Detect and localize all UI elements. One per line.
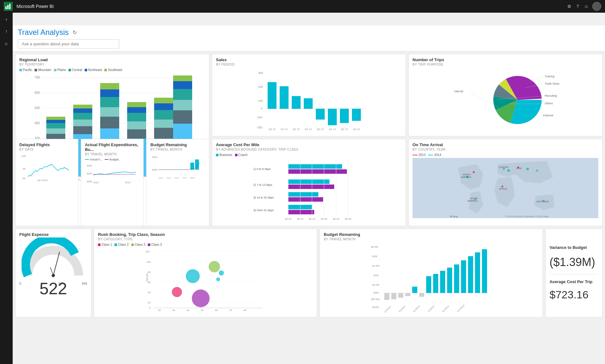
refresh-icon[interactable]: ↻ [73, 29, 77, 36]
on-time-subtitle: BY COUNTRY, YEAR [413, 148, 598, 151]
svg-rect-2 [9, 4, 10, 9]
legend-mountain: Mountain [35, 68, 51, 72]
svg-rect-69 [280, 86, 289, 109]
svg-text:$2.5M: $2.5M [371, 245, 378, 248]
svg-text:500: 500 [35, 106, 40, 110]
user-icon[interactable]: ☺ [584, 4, 589, 9]
svg-text:Q1 13: Q1 13 [281, 128, 288, 131]
trips-card: Number of Trips BY TRIP PURPOSE [408, 54, 602, 136]
svg-rect-32 [100, 117, 119, 128]
svg-rect-52 [173, 89, 192, 100]
svg-text:-100: -100 [257, 116, 262, 119]
svg-text:80: 80 [244, 309, 246, 311]
actual-exp-subtitle: BY TRAVEL MONTH [85, 153, 140, 156]
svg-text:Others: Others [545, 102, 553, 105]
svg-rect-40 [127, 113, 146, 121]
svg-rect-46 [154, 110, 173, 120]
svg-text:0K: 0K [23, 177, 26, 180]
svg-text:11/1/2014: 11/1/2014 [457, 304, 465, 313]
sales-title: Sales [216, 57, 402, 62]
rush-booking-subtitle: BY CATEGORY, TYPE [98, 237, 313, 241]
avatar[interactable] [592, 2, 601, 11]
svg-rect-39 [127, 121, 146, 129]
svg-text:20: 20 [158, 309, 161, 311]
svg-point-122 [473, 171, 475, 173]
svg-text:$0.10: $0.10 [297, 218, 304, 220]
svg-rect-211 [454, 264, 459, 293]
svg-rect-107 [288, 210, 314, 214]
svg-text:$4M: $4M [87, 164, 92, 167]
svg-rect-104 [288, 169, 347, 174]
svg-text:$0.50: $0.50 [345, 218, 352, 220]
svg-rect-26 [73, 126, 92, 134]
trips-subtitle: BY TRIP PURPOSE [413, 63, 598, 66]
rush-booking-title: Rush Booking, Trip Class, Season [98, 232, 313, 237]
legend-southeast: Southeast [104, 68, 122, 72]
svg-text:($0.5M): ($0.5M) [371, 298, 380, 301]
svg-rect-29 [73, 108, 92, 113]
budget-small-chart: $2M $0M 1/1/2 3/1/2 5/1/2 7/1/2 8/1/2 [150, 153, 205, 182]
svg-rect-44 [154, 128, 173, 139]
svg-rect-51 [173, 100, 192, 110]
settings-icon[interactable]: ⚙ [567, 4, 571, 9]
svg-point-188 [192, 289, 210, 307]
svg-point-190 [216, 277, 220, 281]
avg-cost-legend: Business Coach [216, 153, 402, 157]
svg-rect-22 [46, 123, 65, 128]
svg-rect-70 [292, 96, 301, 109]
help-icon[interactable]: ? [576, 4, 579, 9]
svg-text:($1M): ($1M) [372, 306, 379, 309]
svg-text:Training: Training [545, 75, 555, 78]
svg-text:Internal: Internal [454, 90, 463, 93]
svg-text:$1.5M: $1.5M [372, 264, 380, 267]
sidebar-search-icon[interactable]: ⌕ [3, 39, 9, 48]
svg-rect-47 [154, 103, 173, 110]
qa-input[interactable] [18, 39, 119, 49]
sales-chart: 300 200 100 0 -100 -200 Q4 12 Q1 13 [216, 68, 402, 132]
svg-text:7/1/2014: 7/1/2014 [427, 305, 435, 313]
svg-text:Q4 13: Q4 13 [317, 128, 324, 131]
svg-text:5/1/2014: 5/1/2014 [413, 305, 420, 313]
svg-rect-201 [384, 293, 389, 300]
svg-text:1/1/2014: 1/1/2014 [384, 305, 391, 313]
sidebar-collapse-icon[interactable]: › [4, 15, 8, 23]
on-time-card: On Time Arrival BY COUNTRY, YEAR 2013 20… [408, 139, 602, 226]
svg-rect-212 [461, 260, 466, 293]
actual-legend: Actual F... Budget... [85, 158, 140, 161]
svg-text:NORTH: NORTH [463, 173, 471, 176]
scatter-chart: 120 100 80 60 40 20 0 reprops [98, 248, 313, 311]
svg-text:2012: 2012 [93, 181, 99, 184]
avg-cost-chart: 1) 0 to 6 days 2) 7 to 13 days 3) 14 to … [216, 158, 402, 221]
svg-text:1/1/2: 1/1/2 [159, 177, 163, 179]
svg-text:80: 80 [148, 271, 151, 274]
svg-rect-202 [391, 293, 396, 299]
svg-text:5K: 5K [23, 167, 26, 170]
svg-rect-23 [46, 120, 65, 123]
svg-text:$0M: $0M [153, 168, 158, 171]
sidebar-nav-icon[interactable]: ↑ [4, 27, 9, 36]
svg-rect-0 [5, 6, 7, 9]
rush-booking-legend: Class 1 Class 2 Class 3 Class 3 [98, 243, 313, 246]
gauge-container: 0 345 645 522 [19, 237, 87, 298]
svg-point-187 [172, 287, 182, 297]
budget-large-chart: $2.5M $2M $1.5M $1M $0.5M $0M ($0.5M) ($… [324, 243, 539, 313]
svg-text:⊕ bing: ⊕ bing [450, 215, 458, 218]
svg-rect-206 [412, 287, 417, 293]
svg-text:600: 600 [35, 91, 40, 94]
map-svg: NORTH AMERICA ASIA AFRICA SOUTH AMERICA … [413, 158, 598, 218]
svg-text:300: 300 [258, 71, 263, 75]
svg-rect-100 [288, 164, 342, 169]
topbar-icon-group: ⚙ ? ☺ [567, 4, 589, 9]
svg-rect-27 [73, 120, 92, 126]
avg-cost-title: Average Cost Per Mile [216, 142, 402, 147]
svg-text:$2M: $2M [87, 172, 92, 175]
legend-budget-line: Budget... [105, 158, 121, 161]
title-row: Travel Analysis ↻ [18, 28, 600, 37]
variance-value: ($1.39M) [550, 256, 598, 269]
gauge-min: 0 [19, 282, 21, 285]
delayed-subtitle: BY DATE [19, 148, 74, 151]
avg-trip-value: $723.16 [550, 289, 598, 301]
svg-text:$0.20: $0.20 [309, 218, 316, 220]
svg-text:2) 7 to 13 days: 2) 7 to 13 days [253, 183, 272, 186]
svg-text:3) 14 to 20 days: 3) 14 to 20 days [253, 196, 274, 199]
